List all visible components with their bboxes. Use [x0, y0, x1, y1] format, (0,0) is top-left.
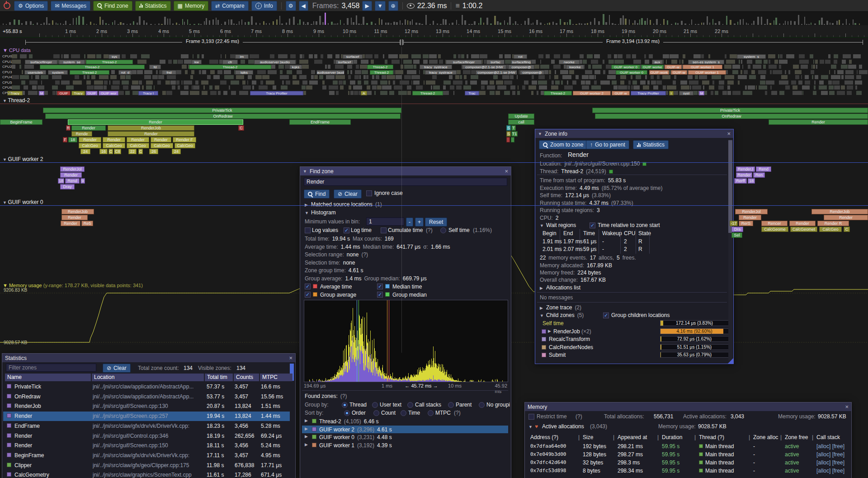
stat-zone-name[interactable]: RenderJob [14, 403, 41, 409]
child-zone-name[interactable]: RenderJob [553, 328, 580, 335]
cpu-zone[interactable]: GUIF [86, 91, 98, 95]
timeline-zone[interactable]: Render [103, 137, 125, 142]
sort-by-option-order[interactable] [344, 410, 350, 416]
cpu-zone[interactable]: Thread-2 [86, 60, 133, 64]
found-group-row[interactable]: GUIF worker 1(3,192)4.39 s [319, 442, 392, 449]
timeline-zone[interactable]: OnRedraw [45, 114, 401, 119]
window-titlebar[interactable]: ▼ Find zone × [300, 167, 511, 175]
min-bin-input[interactable]: 1 [366, 218, 404, 226]
timeline-zone[interactable]: 24 [172, 149, 181, 154]
stat-zone-name[interactable]: EndFrame [14, 423, 40, 429]
timeline-zone[interactable]: Re5 [81, 221, 93, 226]
stat-zone-name[interactable]: PrivateTick [14, 383, 41, 390]
cpu-zone[interactable]: GUIF worker 0 [616, 70, 647, 75]
timeline-zone[interactable]: 24 [80, 149, 90, 154]
collapse-arrow-icon[interactable]: ▼ [540, 313, 544, 318]
timeline-zone[interactable]: RenderJob [61, 209, 94, 214]
timeline-zone[interactable]: 26 [149, 149, 158, 154]
legend-checkbox-group-median[interactable] [377, 292, 383, 298]
timeline-zone[interactable]: Dra [731, 227, 743, 232]
increment-button[interactable]: + [415, 218, 424, 227]
cpu-zone[interactable]: surfaceflinger [446, 60, 482, 64]
cpu-zone[interactable]: Trac [465, 91, 479, 95]
cpu-zone[interactable]: rot [514, 54, 527, 59]
timeline-zone[interactable]: Render [127, 137, 149, 142]
cumulate-time-checkbox[interactable] [381, 227, 387, 233]
timeline-zone[interactable]: PrivateTick [592, 108, 868, 113]
timeline-zone[interactable]: 18 [748, 178, 755, 184]
column-header-duration[interactable]: Duration [662, 434, 682, 440]
timeline-zone[interactable]: CalcGeo [819, 227, 842, 232]
filter-zones-input[interactable]: Filter zones [6, 364, 96, 372]
found-group-row[interactable]: GUIF worker 0(3,231)4.48 s [319, 434, 392, 440]
ignore-case-checkbox[interactable] [366, 190, 372, 196]
expand-arrow-icon[interactable]: ▶ [540, 286, 543, 290]
timeline-zone[interactable]: 22 [128, 149, 137, 154]
expand-arrow-icon[interactable]: ▶ [305, 434, 308, 439]
close-icon[interactable]: × [505, 168, 508, 175]
timeline-zone[interactable]: 18 [68, 137, 77, 142]
timeline-zone[interactable]: RenderJob [811, 209, 868, 214]
zoom-to-zone-button[interactable]: Zoom to zone [539, 140, 587, 149]
found-group-row[interactable]: GUIF worker 2(3,296)4.61 s [319, 426, 392, 433]
expand-arrow-icon[interactable]: ▶ [540, 306, 543, 310]
expand-arrow-icon[interactable]: ▶ [548, 329, 551, 333]
column-header-counts[interactable]: Counts [234, 374, 259, 381]
timeline-zone[interactable]: Ren [753, 172, 765, 178]
cpu-zone[interactable]: syst [679, 91, 693, 95]
column-header-address-[interactable]: Address (?) [530, 434, 558, 440]
column-header-location[interactable]: Location [92, 374, 204, 381]
collapse-arrow-icon[interactable]: ▼ [3, 99, 8, 103]
cpu-zone[interactable]: system_se [59, 60, 85, 64]
cpu-zone[interactable]: surfacef [343, 54, 363, 59]
timeline-zone[interactable]: Dray [60, 184, 75, 189]
cpu-zone[interactable]: composer@ [520, 70, 544, 75]
legend-checkbox-average-time[interactable] [305, 284, 311, 289]
timeline-zone[interactable]: Render [824, 215, 868, 220]
cpu-zone[interactable]: GUIF worker 1 [688, 70, 726, 75]
child-zone-name[interactable]: RecalcTransform [549, 336, 590, 342]
cpu-zone[interactable]: Tracy I [138, 91, 158, 95]
cpu-zone[interactable]: audioserver [audio [316, 70, 344, 75]
cpu-zone[interactable]: Thread-2 [189, 65, 271, 69]
cpu-zone[interactable]: kgks [289, 65, 302, 69]
timeline-zone[interactable]: OnRedraw [595, 114, 868, 119]
expand-arrow-icon[interactable]: ▶ [305, 426, 308, 431]
timeline-zone[interactable]: C [238, 125, 244, 131]
child-zone-name[interactable]: CalcRenderNodes [549, 344, 593, 350]
timeline-zone[interactable]: T1 [511, 131, 518, 137]
alloc-address[interactable]: 0x7dfc53d898 [530, 468, 566, 473]
column-header-total-tim[interactable]: Total tim [205, 374, 233, 381]
timeline-zone[interactable]: F [63, 137, 67, 142]
cpu-zone[interactable]: Thread-2 [40, 65, 145, 69]
timeline-zone[interactable]: 16 [99, 149, 108, 154]
child-zone-name[interactable]: Submit [549, 352, 566, 358]
collapse-arrow-icon[interactable]: ▼ [303, 169, 307, 174]
column-header-zone-alloc[interactable]: Zone alloc [753, 434, 778, 440]
legend-checkbox-median-time[interactable] [377, 284, 383, 289]
window-titlebar[interactable]: ▼ Zone info × [535, 129, 733, 138]
column-header-zone-free[interactable]: Zone free [785, 434, 808, 440]
cpu-zone[interactable]: GUIF worker 0 [611, 65, 640, 69]
timeline-zone[interactable]: CalcGeo [103, 143, 125, 148]
column-header-name[interactable]: Name [5, 374, 91, 381]
cpu-zone[interactable]: Thread-2 [370, 70, 393, 75]
cpu-zone[interactable]: rot_d [118, 70, 132, 75]
alloc-call-stack[interactable]: [alloc] [free] [816, 459, 849, 466]
cpu-zone[interactable]: composer@2.1-se [HW [462, 65, 506, 69]
timeline-zone[interactable]: Render F [173, 137, 196, 142]
go-to-parent-button[interactable]: ↑Go to parent [586, 140, 629, 149]
cpu-zone[interactable]: GUIF-w [671, 70, 687, 75]
cpu-zone[interactable]: fnd [162, 70, 176, 75]
timeline-zone[interactable]: BeginFrame [0, 119, 42, 125]
collapse-arrow-icon[interactable]: ▼ [3, 157, 8, 162]
column-header-size[interactable]: Size [583, 434, 593, 440]
cpu-zone[interactable]: tracy_systrace [425, 70, 457, 75]
timeline-zone[interactable]: PrivateTick [43, 108, 401, 113]
collapse-arrow-icon[interactable]: ▼ [305, 211, 309, 215]
column-header-mtpc[interactable]: MTPC [260, 374, 292, 381]
cpu-zone[interactable]: sen-es system_s [688, 60, 724, 64]
timeline-zone[interactable]: Render [151, 137, 171, 142]
timeline-zone[interactable]: RenderJob [108, 125, 194, 131]
clear-filter-button[interactable]: ⊘Clear [103, 364, 131, 373]
